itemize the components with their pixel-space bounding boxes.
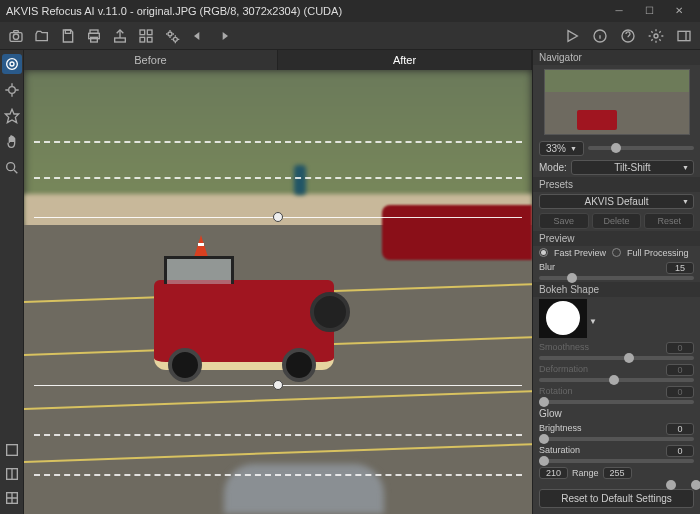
svg-point-20 [6, 163, 14, 171]
image-canvas[interactable] [24, 70, 532, 514]
mode-value: Tilt-Shift [614, 162, 650, 173]
quick-preview-tool[interactable] [2, 54, 22, 74]
layout-split-icon[interactable] [2, 464, 22, 484]
fast-preview-label: Fast Preview [554, 248, 606, 258]
blur-slider[interactable] [539, 276, 694, 280]
full-processing-radio[interactable] [612, 248, 621, 257]
close-button[interactable]: ✕ [664, 0, 694, 22]
canvas-area: Before After [24, 50, 532, 514]
help-icon[interactable] [618, 26, 638, 46]
chevron-down-icon: ▼ [682, 198, 689, 205]
zoom-dropdown[interactable]: 33%▼ [539, 141, 584, 156]
undo-icon[interactable] [188, 26, 208, 46]
run-icon[interactable] [562, 26, 582, 46]
info-icon[interactable] [590, 26, 610, 46]
tool-strip [0, 50, 24, 514]
deformation-value: 0 [666, 364, 694, 376]
preset-delete-button[interactable]: Delete [592, 213, 642, 229]
deformation-label: Deformation [539, 364, 588, 376]
blur-value[interactable]: 15 [666, 262, 694, 274]
chevron-down-icon: ▼ [570, 145, 577, 152]
svg-point-15 [654, 34, 658, 38]
open-icon[interactable] [32, 26, 52, 46]
zoom-slider[interactable] [588, 146, 694, 150]
range-high-value[interactable]: 255 [603, 467, 632, 479]
mode-label: Mode: [539, 162, 567, 173]
camera-icon[interactable] [6, 26, 26, 46]
settings-icon[interactable] [646, 26, 666, 46]
smoothness-label: Smoothness [539, 342, 589, 354]
svg-rect-16 [678, 31, 690, 40]
title-bar: AKVIS Refocus AI v.11.0 - original.JPG (… [0, 0, 700, 22]
bokeh-shape-button[interactable]: ▼ [539, 299, 587, 338]
fast-preview-radio[interactable] [539, 248, 548, 257]
brightness-slider[interactable] [539, 437, 694, 441]
svg-point-11 [168, 32, 172, 36]
redo-icon[interactable] [214, 26, 234, 46]
svg-rect-10 [147, 37, 152, 42]
presets-label: Presets [533, 177, 700, 192]
star-tool[interactable] [2, 106, 22, 126]
svg-point-18 [10, 62, 14, 66]
layout-single-icon[interactable] [2, 440, 22, 460]
blur-label: Blur [539, 262, 555, 274]
panel-toggle-icon[interactable] [674, 26, 694, 46]
deformation-slider [539, 378, 694, 382]
navigator-header: Navigator [533, 50, 700, 65]
gears-icon[interactable] [162, 26, 182, 46]
mode-select[interactable]: Tilt-Shift▼ [571, 160, 694, 175]
presets-value: AKVIS Default [585, 196, 649, 207]
batch-icon[interactable] [136, 26, 156, 46]
preset-reset-button[interactable]: Reset [644, 213, 694, 229]
svg-point-19 [8, 87, 15, 94]
svg-rect-21 [6, 445, 17, 456]
saturation-slider[interactable] [539, 459, 694, 463]
navigator-thumbnail[interactable] [544, 69, 690, 135]
glow-label: Glow [533, 406, 700, 421]
chevron-down-icon: ▼ [589, 317, 597, 326]
svg-rect-8 [147, 30, 152, 35]
reset-default-button[interactable]: Reset to Default Settings [539, 489, 694, 508]
image-content [24, 70, 532, 514]
hand-tool[interactable] [2, 132, 22, 152]
tilt-inner-top-line[interactable] [34, 177, 522, 179]
tab-after[interactable]: After [278, 50, 532, 70]
rotation-value: 0 [666, 386, 694, 398]
zoom-tool[interactable] [2, 158, 22, 178]
window-title: AKVIS Refocus AI v.11.0 - original.JPG (… [6, 5, 604, 17]
saturation-value[interactable]: 0 [666, 445, 694, 457]
presets-select[interactable]: AKVIS Default▼ [539, 194, 694, 209]
svg-point-17 [6, 59, 17, 70]
bokeh-label: Bokeh Shape [533, 282, 700, 297]
tilt-handle-top[interactable] [273, 212, 283, 222]
view-tabs: Before After [24, 50, 532, 70]
layout-quad-icon[interactable] [2, 488, 22, 508]
brightness-label: Brightness [539, 423, 582, 435]
settings-panel: Navigator 33%▼ Mode: Tilt-Shift▼ Presets… [532, 50, 700, 514]
app-body: Before After [0, 50, 700, 514]
tilt-outer-bottom-line[interactable] [34, 474, 522, 476]
print-icon[interactable] [84, 26, 104, 46]
focus-area-tool[interactable] [2, 80, 22, 100]
rotation-slider [539, 400, 694, 404]
main-toolbar [0, 22, 700, 50]
range-low-value[interactable]: 210 [539, 467, 568, 479]
export-icon[interactable] [110, 26, 130, 46]
svg-point-12 [173, 37, 177, 41]
smoothness-slider [539, 356, 694, 360]
minimize-button[interactable]: ─ [604, 0, 634, 22]
smoothness-value: 0 [666, 342, 694, 354]
brightness-value[interactable]: 0 [666, 423, 694, 435]
maximize-button[interactable]: ☐ [634, 0, 664, 22]
range-label: Range [572, 468, 599, 478]
tilt-outer-top-line[interactable] [34, 141, 522, 143]
svg-rect-9 [140, 37, 145, 42]
svg-point-1 [13, 34, 18, 39]
save-icon[interactable] [58, 26, 78, 46]
tilt-inner-bottom-line[interactable] [34, 434, 522, 436]
preview-label: Preview [533, 231, 700, 246]
preset-save-button[interactable]: Save [539, 213, 589, 229]
svg-rect-6 [115, 38, 126, 42]
tab-before[interactable]: Before [24, 50, 278, 70]
app-window: AKVIS Refocus AI v.11.0 - original.JPG (… [0, 0, 700, 514]
